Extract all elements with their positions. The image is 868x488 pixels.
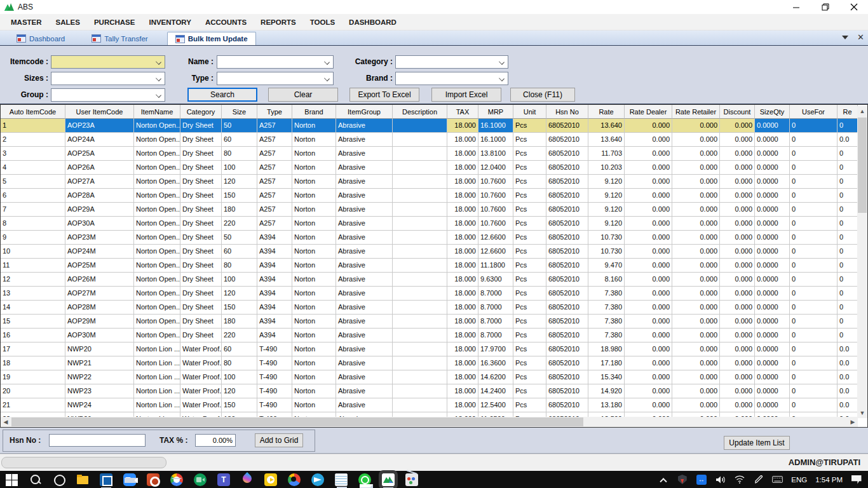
cell[interactable]: Pcs xyxy=(513,175,546,189)
cell[interactable]: Pcs xyxy=(513,217,546,231)
cell[interactable]: 0 xyxy=(837,119,858,133)
cell[interactable]: 18.000 xyxy=(447,217,478,231)
cell[interactable]: 0.0000 xyxy=(755,342,790,356)
cell[interactable]: 0.000 xyxy=(672,189,720,203)
cell[interactable]: Pcs xyxy=(513,189,546,203)
cell[interactable]: 0.000 xyxy=(672,203,720,217)
cell[interactable]: 18.000 xyxy=(447,175,478,189)
cell[interactable]: T-490 xyxy=(257,398,292,412)
cell[interactable]: Norton Lion ... xyxy=(134,370,180,384)
cell[interactable]: 0 xyxy=(837,287,858,301)
cell[interactable]: 0.0 xyxy=(837,398,858,412)
cell[interactable]: 18.000 xyxy=(447,329,478,342)
column-header-size[interactable]: Size xyxy=(222,105,257,119)
cell[interactable]: Norton xyxy=(292,384,336,398)
cell[interactable]: 68052010 xyxy=(546,217,588,231)
cell[interactable]: 68052010 xyxy=(546,133,588,147)
chrome-profile-icon[interactable] xyxy=(288,473,301,486)
table-row[interactable]: 4AOP26ANorton Open...Dry Sheet100A257Nor… xyxy=(1,161,858,175)
cell[interactable]: 0.000 xyxy=(720,161,755,175)
cell[interactable]: Abrasive xyxy=(336,133,393,147)
cell[interactable]: 0.000 xyxy=(672,259,720,273)
cell[interactable]: Dry Sheet xyxy=(180,217,222,231)
cell[interactable]: Pcs xyxy=(513,342,546,356)
cell[interactable]: Norton Open... xyxy=(134,245,180,259)
cell[interactable]: Abrasive xyxy=(336,189,393,203)
cell[interactable]: T-490 xyxy=(257,370,292,384)
cell[interactable]: 18.000 xyxy=(447,119,478,133)
cell[interactable]: 68052010 xyxy=(546,175,588,189)
cell[interactable]: 68052010 xyxy=(546,203,588,217)
cell[interactable]: 0 xyxy=(837,231,858,245)
cell[interactable]: 6 xyxy=(1,189,65,203)
cell[interactable]: Dry Sheet xyxy=(180,175,222,189)
cell[interactable]: 0.0000 xyxy=(755,301,790,315)
cell[interactable]: 8.7000 xyxy=(478,315,513,329)
cell[interactable]: 13.640 xyxy=(588,119,625,133)
cell[interactable]: T-490 xyxy=(257,342,292,356)
cell[interactable]: A394 xyxy=(257,287,292,301)
teams-icon[interactable]: T xyxy=(217,473,230,486)
cell[interactable]: 0.0000 xyxy=(755,175,790,189)
cell[interactable]: 180 xyxy=(222,315,257,329)
cell[interactable]: 18.000 xyxy=(447,203,478,217)
cell[interactable] xyxy=(393,370,447,384)
cell[interactable]: 0 xyxy=(790,356,837,370)
cell[interactable]: 13.640 xyxy=(588,133,625,147)
cell[interactable]: Abrasive xyxy=(336,119,393,133)
cell[interactable]: NWP24 xyxy=(65,398,134,412)
itemcode-combo[interactable] xyxy=(51,55,165,69)
export-excel-button[interactable]: Export To Excel xyxy=(349,88,419,102)
cell[interactable] xyxy=(393,356,447,370)
cell[interactable]: Norton xyxy=(292,217,336,231)
cell[interactable] xyxy=(393,147,447,161)
tab-close-icon[interactable]: ✕ xyxy=(857,33,864,42)
cell[interactable]: 0.000 xyxy=(720,384,755,398)
cell[interactable]: 0.0000 xyxy=(755,189,790,203)
cell[interactable]: 0.000 xyxy=(672,273,720,287)
table-row[interactable]: 3AOP25ANorton Open...Dry Sheet80A257Nort… xyxy=(1,147,858,161)
yellow-media-icon[interactable] xyxy=(264,473,277,486)
cell[interactable]: 120 xyxy=(222,384,257,398)
cell[interactable]: Dry Sheet xyxy=(180,119,222,133)
cell[interactable]: 7 xyxy=(1,203,65,217)
cell[interactable]: 16 xyxy=(1,329,65,342)
cell[interactable]: 0 xyxy=(790,161,837,175)
cell[interactable]: 0.0000 xyxy=(755,133,790,147)
cell[interactable]: 0 xyxy=(790,203,837,217)
hsn-input[interactable] xyxy=(49,434,146,447)
cell[interactable]: 0.0000 xyxy=(755,245,790,259)
cell[interactable]: Dry Sheet xyxy=(180,203,222,217)
cell[interactable]: A257 xyxy=(257,147,292,161)
cell[interactable]: Water Proof... xyxy=(180,370,222,384)
name-combo[interactable] xyxy=(217,55,334,69)
table-row[interactable]: 17NWP20Norton Lion ...Water Proof...60T-… xyxy=(1,342,858,356)
tab-tally-transfer[interactable]: Tally Transfer xyxy=(84,32,155,45)
cell[interactable]: 0.000 xyxy=(625,147,672,161)
scroll-left-icon[interactable]: ◀ xyxy=(1,417,11,427)
cell[interactable]: 80 xyxy=(222,147,257,161)
cell[interactable]: Dry Sheet xyxy=(180,315,222,329)
cell[interactable]: Abrasive xyxy=(336,203,393,217)
search-button[interactable]: Search xyxy=(187,88,257,102)
cell[interactable]: 18.000 xyxy=(447,356,478,370)
cell[interactable]: 9.120 xyxy=(588,203,625,217)
cell[interactable]: 68052010 xyxy=(546,273,588,287)
cell[interactable]: 0 xyxy=(790,259,837,273)
cell[interactable]: 0.000 xyxy=(720,175,755,189)
cell[interactable]: 0 xyxy=(837,259,858,273)
column-header-discount[interactable]: Discount xyxy=(720,105,755,119)
cell[interactable]: AOP24M xyxy=(65,245,134,259)
column-header-mrp[interactable]: MRP xyxy=(478,105,513,119)
cell[interactable]: 0.000 xyxy=(625,370,672,384)
cell[interactable]: 8.7000 xyxy=(478,301,513,315)
cell[interactable]: 220 xyxy=(222,329,257,342)
cell[interactable]: 0.000 xyxy=(625,161,672,175)
cell[interactable]: Norton Open... xyxy=(134,287,180,301)
cell[interactable]: Dry Sheet xyxy=(180,329,222,342)
cell[interactable]: 0 xyxy=(790,245,837,259)
cell[interactable]: 0.000 xyxy=(720,119,755,133)
cell[interactable] xyxy=(393,203,447,217)
cell[interactable]: 0.0000 xyxy=(755,315,790,329)
cell[interactable]: 17 xyxy=(1,342,65,356)
